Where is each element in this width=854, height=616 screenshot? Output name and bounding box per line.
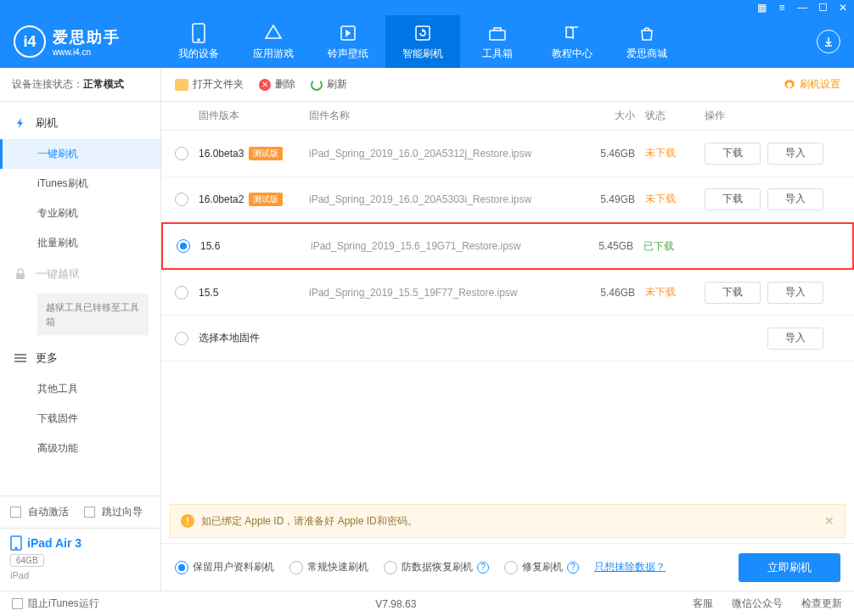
opt-repair[interactable]: 修复刷机? (504, 560, 579, 574)
row-status: 未下载 (645, 285, 705, 300)
book-icon (562, 23, 582, 43)
svg-rect-7 (14, 357, 26, 359)
music-icon (338, 23, 358, 43)
auto-activate-label: 自动激活 (28, 505, 69, 519)
footer-link-wechat[interactable]: 微信公众号 (732, 596, 783, 611)
nav-store[interactable]: 爱思商城 (610, 15, 684, 68)
titlebar-close-icon[interactable]: ✕ (837, 2, 849, 14)
device-type: iPad (10, 570, 150, 580)
footer-link-update[interactable]: 检查更新 (801, 596, 842, 611)
row-version: 15.6 (200, 240, 311, 252)
col-ops: 操作 (705, 109, 840, 123)
import-button[interactable]: 导入 (767, 282, 823, 304)
flash-now-button[interactable]: 立即刷机 (739, 553, 840, 582)
delete-button[interactable]: ✕ 删除 (259, 77, 295, 92)
flash-settings-button[interactable]: 刷机设置 (784, 77, 840, 92)
sidebar-item-othertools[interactable]: 其他工具 (0, 374, 160, 404)
opt-keep-data[interactable]: 保留用户资料刷机 (175, 560, 274, 574)
sidebar-group-flash[interactable]: 刷机 (0, 107, 160, 139)
nav-flash[interactable]: 智能刷机 (385, 15, 460, 68)
svg-rect-5 (16, 273, 25, 279)
row-size: 5.45GB (584, 240, 643, 252)
svg-rect-8 (14, 361, 26, 362)
refresh-button[interactable]: 刷新 (311, 77, 347, 92)
download-icon (817, 30, 840, 53)
import-button[interactable]: 导入 (767, 188, 823, 210)
import-button[interactable]: 导入 (767, 328, 823, 350)
download-button[interactable]: 下载 (705, 143, 761, 165)
close-notice-button[interactable]: ✕ (824, 514, 834, 528)
help-icon[interactable]: ? (567, 562, 579, 574)
sidebar-item-downloadfw[interactable]: 下载固件 (0, 404, 160, 434)
device-capacity: 64GB (10, 554, 44, 567)
notice-text: 如已绑定 Apple ID，请准备好 Apple ID和密码。 (201, 514, 418, 529)
sidebar-item-advanced[interactable]: 高级功能 (0, 434, 160, 463)
footer-link-support[interactable]: 客服 (693, 596, 713, 611)
sidebar-item-pro[interactable]: 专业刷机 (0, 199, 160, 228)
row-radio[interactable] (175, 147, 188, 160)
download-button[interactable]: 下载 (705, 188, 761, 210)
firmware-row[interactable]: 16.0beta2测试版iPad_Spring_2019_16.0_20A530… (161, 176, 854, 222)
phone-icon (188, 23, 209, 43)
titlebar-maximize-icon[interactable]: ☐ (817, 2, 829, 14)
sidebar-item-oneclick[interactable]: 一键刷机 (0, 139, 160, 169)
sidebar-item-batch[interactable]: 批量刷机 (0, 228, 160, 258)
sidebar-item-itunes[interactable]: iTunes刷机 (0, 169, 160, 199)
group-label: 刷机 (36, 115, 58, 131)
row-version: 选择本地固件 (199, 331, 309, 345)
firmware-row[interactable]: 15.6iPad_Spring_2019_15.6_19G71_Restore.… (161, 222, 854, 270)
firmware-row[interactable]: 16.0beta3测试版iPad_Spring_2019_16.0_20A531… (161, 131, 854, 176)
device-name[interactable]: iPad Air 3 (10, 535, 150, 551)
row-radio[interactable] (175, 332, 188, 345)
apps-icon (263, 23, 284, 43)
opt-antirecovery[interactable]: 防数据恢复刷机? (384, 560, 489, 574)
titlebar-minimize-icon[interactable]: — (796, 2, 808, 14)
svg-point-1 (198, 39, 199, 41)
download-button[interactable]: 下载 (705, 282, 761, 304)
row-size: 5.46GB (586, 148, 645, 160)
nav-toolbox[interactable]: 工具箱 (460, 15, 535, 68)
jailbreak-note: 越狱工具已转移至工具箱 (37, 294, 149, 335)
erase-link[interactable]: 只想抹除数据？ (594, 560, 666, 574)
table-header: 固件版本 固件名称 大小 状态 操作 (161, 102, 854, 131)
logo-icon: i4 (14, 25, 46, 58)
help-icon[interactable]: ? (477, 562, 489, 574)
col-name: 固件名称 (309, 109, 586, 123)
import-button[interactable]: 导入 (767, 143, 823, 165)
skip-guide-checkbox[interactable] (84, 507, 95, 518)
nav-ringtone[interactable]: 铃声壁纸 (311, 15, 385, 68)
app-domain: www.i4.cn (53, 48, 121, 57)
nav-apps[interactable]: 应用游戏 (236, 15, 311, 68)
row-radio[interactable] (175, 193, 188, 206)
download-manager-button[interactable] (803, 30, 854, 53)
nav-device[interactable]: 我的设备 (161, 15, 236, 68)
nav-tutorial[interactable]: 教程中心 (535, 15, 610, 68)
group-label: 更多 (36, 350, 58, 366)
col-size: 大小 (586, 109, 645, 123)
row-radio[interactable] (175, 286, 188, 300)
nav-label: 智能刷机 (402, 47, 443, 61)
row-radio[interactable] (177, 239, 190, 253)
opt-normal[interactable]: 常规快速刷机 (289, 560, 368, 574)
auto-activate-checkbox[interactable] (10, 507, 21, 518)
row-size: 5.49GB (586, 193, 645, 205)
block-itunes-label: 阻止iTunes运行 (28, 596, 99, 611)
svg-rect-6 (14, 354, 26, 356)
bag-icon (637, 23, 657, 43)
logo[interactable]: i4 爱思助手 www.i4.cn (0, 25, 161, 58)
nav-label: 铃声壁纸 (328, 47, 368, 61)
lock-icon (14, 267, 27, 281)
sidebar-group-more[interactable]: 更多 (0, 342, 160, 374)
row-version: 16.0beta2测试版 (199, 193, 309, 206)
row-filename: iPad_Spring_2019_15.6_19G71_Restore.ipsw (311, 240, 584, 252)
titlebar-grid-icon[interactable]: ▦ (756, 2, 767, 14)
local-firmware-row[interactable]: 选择本地固件导入 (161, 316, 854, 361)
nav-label: 工具箱 (482, 47, 513, 61)
toolbox-icon (487, 23, 508, 43)
firmware-row[interactable]: 15.5iPad_Spring_2019_15.5_19F77_Restore.… (161, 270, 854, 316)
row-version: 15.5 (199, 287, 309, 299)
block-itunes-checkbox[interactable] (12, 598, 23, 609)
window-titlebar: ▦ ≡ — ☐ ✕ (0, 0, 854, 15)
titlebar-menu-icon[interactable]: ≡ (776, 2, 788, 14)
open-folder-button[interactable]: 打开文件夹 (175, 77, 244, 92)
